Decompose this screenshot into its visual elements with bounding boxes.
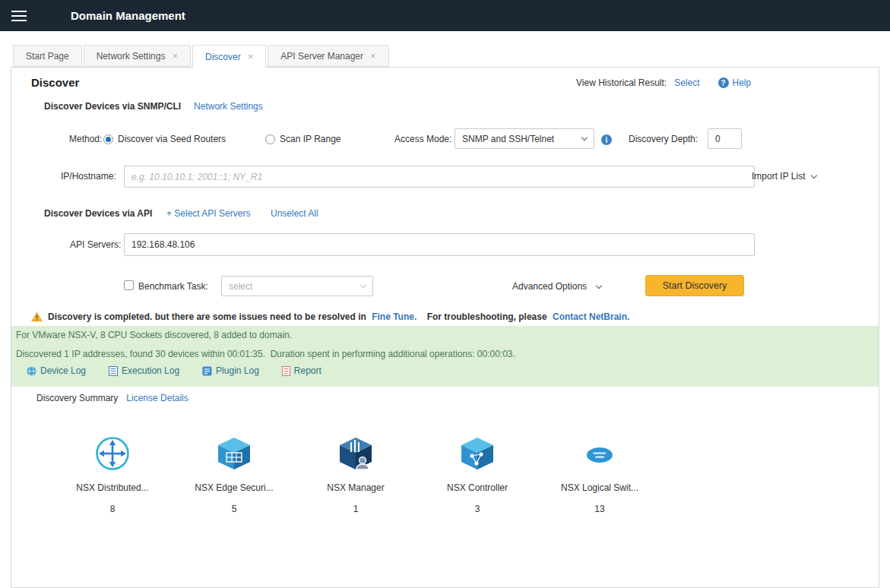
plugin-log-label: Plugin Log <box>216 365 259 376</box>
radio-scan-label[interactable]: Scan IP Range <box>280 134 341 144</box>
app-title: Domain Management <box>71 9 185 22</box>
advanced-options-button[interactable]: Advanced Options <box>512 281 601 292</box>
close-icon[interactable]: × <box>248 52 254 62</box>
top-bar: Domain Management <box>0 0 890 31</box>
radio-seed-label[interactable]: Discover via Seed Routers <box>118 134 226 144</box>
advanced-options-label: Advanced Options <box>512 281 587 292</box>
discovery-result-block: For VMware NSX-V, 8 CPU Sockets discover… <box>11 326 879 387</box>
ip-hostname-label: IP/Hostname: <box>61 171 116 182</box>
report-label: Report <box>294 365 321 376</box>
tab-label: Discover <box>205 52 241 62</box>
start-discovery-button[interactable]: Start Discovery <box>645 275 744 296</box>
device-name: NSX Logical Swit... <box>546 482 653 493</box>
device-tile-nsx-distributed[interactable]: NSX Distributed... 8 <box>59 435 166 514</box>
discovery-summary-header: Discovery Summary License Details <box>36 393 188 403</box>
warning-text: Discovery is completed. but there are so… <box>48 311 366 322</box>
historical-result-group: View Historical Result: Select ? Help <box>576 77 751 88</box>
tab-label: Network Settings <box>97 51 166 62</box>
device-tile-nsx-manager[interactable]: NSX Manager 1 <box>302 435 409 514</box>
fine-tune-link[interactable]: Fine Tune. <box>372 311 416 322</box>
ip-hostname-input[interactable] <box>124 166 755 188</box>
plugin-log-icon <box>202 366 212 376</box>
access-mode-dropdown[interactable]: SNMP and SSH/Telnet <box>455 128 594 149</box>
device-name: NSX Controller <box>424 482 531 493</box>
tab-api-server-manager[interactable]: API Server Manager × <box>268 45 388 67</box>
tab-start-page[interactable]: Start Page <box>13 45 82 67</box>
device-log-link[interactable]: Device Log <box>27 365 86 376</box>
device-tile-nsx-edge[interactable]: NSX Edge Securi... 5 <box>181 435 287 514</box>
chevron-down-icon <box>360 282 366 288</box>
nsx-distributed-router-icon <box>95 436 130 471</box>
api-section-label: Discover Devices via API <box>44 208 152 219</box>
device-tile-nsx-logical-switch[interactable]: NSX Logical Swit... 13 <box>546 435 653 514</box>
close-icon[interactable]: × <box>370 51 376 61</box>
nsx-manager-icon <box>337 435 374 472</box>
tab-bar: Start Page Network Settings × Discover ×… <box>13 45 391 68</box>
radio-scan-ip-range[interactable] <box>265 134 275 144</box>
chevron-down-icon <box>596 282 602 288</box>
tab-label: Start Page <box>26 51 69 62</box>
warning-text: For troubleshooting, please <box>427 311 547 322</box>
chevron-down-icon <box>581 134 588 141</box>
help-link[interactable]: ? Help <box>718 77 752 88</box>
device-tile-nsx-controller[interactable]: NSX Controller 3 <box>424 435 531 514</box>
discover-panel: Discover View Historical Result: Select … <box>11 67 879 588</box>
benchmark-task-dropdown[interactable]: select <box>221 276 373 296</box>
result-line-2: Discovered 1 IP addresses, found 30 devi… <box>16 349 515 359</box>
device-name: NSX Distributed... <box>59 482 166 493</box>
api-servers-label: API Servers: <box>70 239 121 250</box>
help-label: Help <box>733 77 752 88</box>
radio-discover-seed-routers[interactable] <box>103 134 113 144</box>
api-servers-input[interactable] <box>124 233 755 256</box>
device-name: NSX Manager <box>302 482 409 493</box>
warning-icon <box>31 311 43 322</box>
plugin-log-link[interactable]: Plugin Log <box>202 365 259 376</box>
page-title: Discover <box>31 76 79 89</box>
view-historical-label: View Historical Result: <box>576 77 667 88</box>
chevron-down-icon <box>811 172 817 178</box>
execution-log-icon <box>109 366 118 376</box>
close-icon[interactable]: × <box>172 51 178 61</box>
method-label: Method: <box>69 134 102 144</box>
tab-discover[interactable]: Discover × <box>192 45 266 68</box>
benchmark-task-checkbox[interactable] <box>124 280 134 290</box>
device-log-icon <box>27 366 36 376</box>
discovery-depth-input[interactable] <box>708 128 742 149</box>
device-count: 1 <box>302 504 409 514</box>
tab-network-settings[interactable]: Network Settings × <box>84 45 191 67</box>
nsx-logical-switch-icon <box>581 435 618 472</box>
benchmark-task-label[interactable]: Benchmark Task: <box>138 281 208 292</box>
network-settings-link[interactable]: Network Settings <box>194 101 263 112</box>
execution-log-label: Execution Log <box>122 365 179 376</box>
device-count: 13 <box>546 504 653 514</box>
result-line-1: For VMware NSX-V, 8 CPU Sockets discover… <box>16 330 292 340</box>
contact-netbrain-link[interactable]: Contact NetBrain. <box>553 311 629 322</box>
device-count: 8 <box>59 504 166 514</box>
log-links-row: Device Log Execution Log Plugin <box>27 365 321 376</box>
unselect-all-link[interactable]: Unselect All <box>271 208 318 219</box>
snmp-section-label: Discover Devices via SNMP/CLI <box>44 101 181 112</box>
device-name: NSX Edge Securi... <box>181 482 287 493</box>
nsx-controller-icon <box>459 435 496 472</box>
discovery-warning-message: Discovery is completed. but there are so… <box>31 311 635 322</box>
benchmark-task-value: select <box>229 281 252 292</box>
import-ip-list-button[interactable]: Import IP List <box>752 171 816 182</box>
hamburger-menu-icon[interactable] <box>11 8 28 24</box>
device-count: 5 <box>181 504 287 514</box>
execution-log-link[interactable]: Execution Log <box>109 365 179 376</box>
help-icon: ? <box>718 77 729 88</box>
report-link[interactable]: Report <box>282 365 321 376</box>
discovery-depth-label: Discovery Depth: <box>629 134 698 144</box>
access-mode-label: Access Mode: <box>394 134 451 144</box>
report-icon <box>282 366 290 376</box>
tab-label: API Server Manager <box>280 51 363 62</box>
snmp-section-header: Discover Devices via SNMP/CLI Network Se… <box>44 101 263 112</box>
import-ip-list-label: Import IP List <box>752 171 805 182</box>
device-log-label: Device Log <box>40 365 86 376</box>
license-details-link[interactable]: License Details <box>126 393 188 403</box>
info-icon[interactable]: i <box>601 134 612 145</box>
historical-select-link[interactable]: Select <box>674 77 699 88</box>
select-api-servers-link[interactable]: + Select API Servers <box>166 208 250 219</box>
nsx-edge-security-icon <box>216 435 252 472</box>
discovery-summary-label: Discovery Summary <box>36 393 118 403</box>
